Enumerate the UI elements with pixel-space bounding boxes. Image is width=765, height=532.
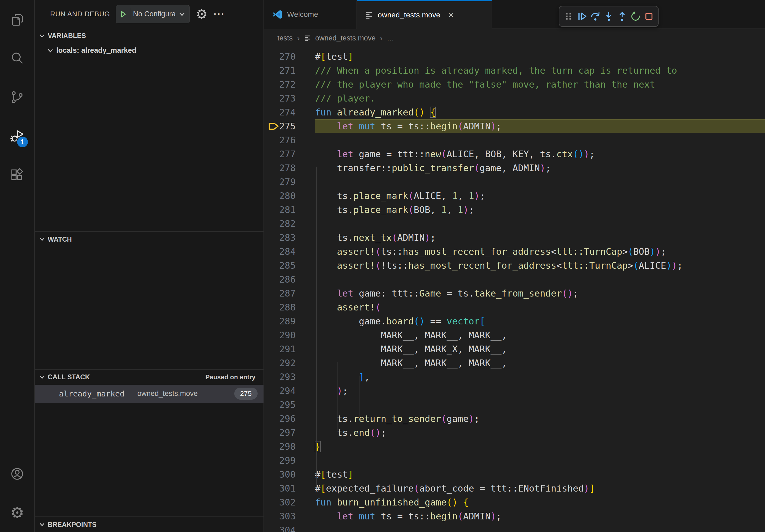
restart-button[interactable]	[630, 10, 641, 22]
gutter[interactable]: 287	[264, 286, 315, 300]
gutter[interactable]: 288	[264, 300, 315, 314]
gutter[interactable]: 279	[264, 175, 315, 189]
code-line-292[interactable]: 292 MARK__, MARK__, MARK__,	[264, 356, 765, 370]
code-line-278[interactable]: 278 transfer::public_transfer(game, ADMI…	[264, 161, 765, 175]
gutter[interactable]: 302	[264, 495, 315, 509]
gutter[interactable]: 273	[264, 91, 315, 105]
gutter[interactable]: 291	[264, 342, 315, 356]
code-text[interactable]: ],	[315, 370, 765, 384]
gutter[interactable]: 292	[264, 356, 315, 370]
continue-button[interactable]	[576, 10, 588, 22]
code-line-301[interactable]: 301#[expected_failure(abort_code = ttt::…	[264, 481, 765, 495]
code-text[interactable]: let mut ts = ts::begin(ADMIN);	[315, 119, 765, 133]
gutter[interactable]: 286	[264, 272, 315, 286]
code-text[interactable]: /// the player who made the "false" move…	[315, 78, 765, 91]
toolbar-drag-grip-icon[interactable]	[563, 10, 574, 22]
code-text[interactable]	[315, 175, 765, 189]
step-out-button[interactable]	[616, 10, 628, 22]
code-text[interactable]: ts.place_mark(ALICE, 1, 1);	[315, 189, 765, 203]
gutter[interactable]: 294	[264, 384, 315, 398]
code-line-296[interactable]: 296 ts.return_to_sender(game);	[264, 412, 765, 426]
code-text[interactable]: assert!(!ts::has_most_recent_for_address…	[315, 258, 765, 272]
code-text[interactable]: assert!(ts::has_most_recent_for_address<…	[315, 245, 765, 258]
gutter[interactable]: 296	[264, 412, 315, 426]
start-debug-play-icon[interactable]	[119, 10, 127, 18]
code-line-280[interactable]: 280 ts.place_mark(ALICE, 1, 1);	[264, 189, 765, 203]
gutter[interactable]: 270	[264, 50, 315, 64]
code-text[interactable]: fun burn_unfinished_game() {	[315, 495, 765, 509]
code-text[interactable]	[315, 272, 765, 286]
variables-header[interactable]: VARIABLES	[35, 28, 264, 43]
code-text[interactable]	[315, 133, 765, 147]
debug-settings-gear-icon[interactable]: ⚙	[196, 8, 208, 21]
sidebar-item-explorer[interactable]	[0, 0, 35, 39]
code-line-288[interactable]: 288 assert!(	[264, 300, 765, 314]
gutter[interactable]: 275	[264, 119, 315, 133]
sidebar-item-source-control[interactable]	[0, 78, 35, 117]
code-text[interactable]: game.board() == vector[	[315, 314, 765, 328]
code-line-281[interactable]: 281 ts.place_mark(BOB, 1, 1);	[264, 203, 765, 217]
code-text[interactable]: MARK__, MARK__, MARK__,	[315, 328, 765, 342]
gutter[interactable]: 276	[264, 133, 315, 147]
tab-welcome[interactable]: Welcome	[264, 0, 357, 29]
code-line-295[interactable]: 295	[264, 398, 765, 412]
locals-scope-row[interactable]: locals: already_marked	[35, 43, 264, 58]
gutter[interactable]: 297	[264, 426, 315, 439]
gutter[interactable]: 271	[264, 64, 315, 78]
gutter[interactable]: 293	[264, 370, 315, 384]
code-text[interactable]: fun already_marked() {	[315, 105, 765, 119]
sidebar-item-search[interactable]	[0, 39, 35, 78]
account-button[interactable]	[0, 454, 35, 493]
gutter[interactable]: 299	[264, 453, 315, 467]
code-line-279[interactable]: 279	[264, 175, 765, 189]
sidebar-item-extensions[interactable]	[0, 155, 35, 194]
gutter[interactable]: 277	[264, 147, 315, 161]
code-text[interactable]: );	[315, 384, 765, 398]
gutter[interactable]: 304	[264, 523, 315, 532]
code-line-271[interactable]: 271/// When a position is already marked…	[264, 64, 765, 78]
code-text[interactable]: ts.end();	[315, 426, 765, 439]
code-line-276[interactable]: 276	[264, 133, 765, 147]
debug-config-dropdown[interactable]: No Configura	[116, 5, 190, 23]
code-text[interactable]	[315, 523, 765, 532]
gutter[interactable]: 283	[264, 231, 315, 245]
gutter[interactable]: 300	[264, 467, 315, 481]
code-line-291[interactable]: 291 MARK__, MARK_X, MARK__,	[264, 342, 765, 356]
code-text[interactable]: assert!(	[315, 300, 765, 314]
code-line-286[interactable]: 286	[264, 272, 765, 286]
call-stack-frame-row[interactable]: already_marked owned_tests.move 275	[35, 385, 264, 403]
code-text[interactable]: ts.place_mark(BOB, 1, 1);	[315, 203, 765, 217]
gutter[interactable]: 298	[264, 439, 315, 453]
stop-button[interactable]	[643, 10, 655, 22]
code-line-270[interactable]: 270#[test]	[264, 50, 765, 64]
code-line-277[interactable]: 277 let game = ttt::new(ALICE, BOB, KEY,…	[264, 147, 765, 161]
breakpoints-header[interactable]: BREAKPOINTS	[35, 517, 264, 532]
breadcrumb-file[interactable]: owned_tests.move	[315, 34, 376, 42]
gutter[interactable]: 280	[264, 189, 315, 203]
step-over-button[interactable]	[589, 10, 601, 22]
gutter[interactable]: 284	[264, 245, 315, 258]
code-line-298[interactable]: 298}	[264, 439, 765, 453]
code-text[interactable]: #[test]	[315, 50, 765, 64]
code-line-293[interactable]: 293 ],	[264, 370, 765, 384]
code-line-285[interactable]: 285 assert!(!ts::has_most_recent_for_add…	[264, 258, 765, 272]
sidebar-item-run-and-debug[interactable]: 1	[0, 117, 35, 155]
code-line-275[interactable]: 275 let mut ts = ts::begin(ADMIN);	[264, 119, 765, 133]
code-text[interactable]: let game: ttt::Game = ts.take_from_sende…	[315, 286, 765, 300]
code-text[interactable]	[315, 217, 765, 231]
code-text[interactable]: }	[315, 439, 765, 453]
code-line-303[interactable]: 303 let mut ts = ts::begin(ADMIN);	[264, 509, 765, 523]
code-line-300[interactable]: 300#[test]	[264, 467, 765, 481]
tab-owned-tests-move[interactable]: owned_tests.move ×	[357, 0, 492, 29]
gutter[interactable]: 289	[264, 314, 315, 328]
code-text[interactable]: ts.next_tx(ADMIN);	[315, 231, 765, 245]
gutter[interactable]: 295	[264, 398, 315, 412]
code-line-274[interactable]: 274fun already_marked() {	[264, 105, 765, 119]
code-text[interactable]	[315, 453, 765, 467]
watch-header[interactable]: WATCH	[35, 232, 264, 247]
code-text[interactable]: /// player.	[315, 91, 765, 105]
code-line-304[interactable]: 304	[264, 523, 765, 532]
gutter[interactable]: 278	[264, 161, 315, 175]
code-line-272[interactable]: 272/// the player who made the "false" m…	[264, 78, 765, 91]
code-line-273[interactable]: 273/// player.	[264, 91, 765, 105]
